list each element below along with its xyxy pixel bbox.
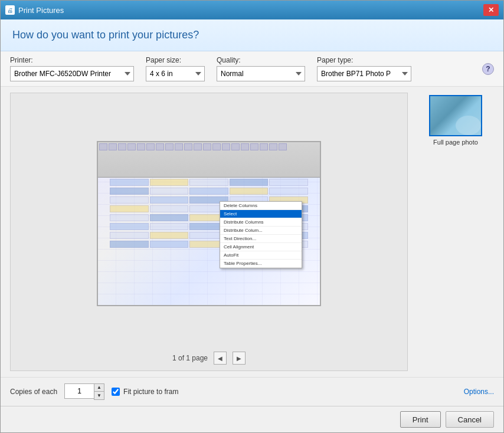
quality-group: Quality: Normal bbox=[217, 56, 305, 81]
fit-picture-checkbox[interactable] bbox=[112, 388, 120, 396]
app-icon: 🖨 bbox=[5, 5, 15, 15]
toolbar-cell bbox=[156, 143, 164, 150]
paper-size-group: Paper size: 4 x 6 in bbox=[146, 56, 205, 81]
printer-select[interactable]: Brother MFC-J6520DW Printer bbox=[10, 66, 134, 81]
page-navigation: 1 of 1 page ◀ ▶ bbox=[172, 348, 246, 365]
copies-input[interactable] bbox=[64, 383, 94, 399]
toolbar-cell bbox=[241, 143, 249, 150]
fit-checkbox-group: Fit picture to fram bbox=[112, 388, 178, 396]
footer-buttons: Print Cancel bbox=[1, 406, 503, 432]
menu-item: Distribute Colum... bbox=[220, 227, 302, 235]
toolbar-cell bbox=[137, 143, 145, 150]
title-bar: 🖨 Print Pictures ✕ bbox=[1, 1, 503, 19]
thumbnail-image bbox=[430, 96, 481, 135]
preview-area: Delete Columns Select Distribute Columns… bbox=[10, 93, 408, 371]
header-question: How do you want to print your pictures? bbox=[12, 29, 492, 41]
doc-toolbar bbox=[98, 142, 320, 178]
preview-image-container: Delete Columns Select Distribute Columns… bbox=[17, 99, 401, 348]
quality-select[interactable]: Normal bbox=[217, 66, 305, 81]
copies-spinner: ▲ ▼ bbox=[94, 383, 104, 400]
printer-label: Printer: bbox=[10, 56, 134, 64]
toolbar-cell bbox=[109, 143, 117, 150]
menu-item: Distribute Columns bbox=[220, 218, 302, 227]
toolbar-cell bbox=[184, 143, 192, 150]
layout-label: Full page photo bbox=[433, 139, 478, 146]
copies-decrement-button[interactable]: ▼ bbox=[94, 392, 104, 399]
toolbar-cell bbox=[127, 143, 136, 150]
doc-row bbox=[110, 179, 308, 186]
page-info: 1 of 1 page bbox=[172, 354, 208, 362]
document-simulation: Delete Columns Select Distribute Columns… bbox=[98, 142, 320, 305]
fit-picture-label: Fit picture to fram bbox=[123, 388, 178, 396]
copies-increment-button[interactable]: ▲ bbox=[94, 384, 104, 392]
copies-label: Copies of each bbox=[10, 388, 57, 396]
toolbar-cell bbox=[146, 143, 155, 150]
bottom-controls: Copies of each ▲ ▼ Fit picture to fram O… bbox=[1, 377, 503, 406]
toolbar-cell bbox=[194, 143, 202, 150]
toolbar-cell bbox=[118, 143, 126, 150]
controls-row: Printer: Brother MFC-J6520DW Printer Pap… bbox=[1, 51, 503, 87]
options-link[interactable]: Options... bbox=[464, 388, 494, 396]
cancel-button[interactable]: Cancel bbox=[446, 411, 494, 428]
toolbar-cell bbox=[212, 143, 221, 150]
window-title: Print Pictures bbox=[18, 6, 64, 15]
paper-type-group: Paper type: Brother BP71 Photo P bbox=[317, 56, 411, 81]
toolbar-cell bbox=[175, 143, 183, 150]
layout-panel: Full page photo bbox=[417, 93, 494, 371]
menu-item: Cell Alignment bbox=[220, 243, 302, 251]
toolbar-cell bbox=[222, 143, 230, 150]
menu-item: AutoFit bbox=[220, 251, 302, 260]
header-banner: How do you want to print your pictures? bbox=[1, 19, 503, 51]
menu-item: Select bbox=[220, 210, 302, 218]
toolbar-cell bbox=[99, 143, 107, 150]
toolbar-cell bbox=[250, 143, 258, 150]
close-button[interactable]: ✕ bbox=[483, 4, 499, 16]
layout-option-full-page[interactable]: Full page photo bbox=[417, 93, 494, 148]
toolbar-cell bbox=[279, 143, 287, 150]
context-menu: Delete Columns Select Distribute Columns… bbox=[220, 201, 302, 268]
print-button[interactable]: Print bbox=[400, 411, 441, 428]
main-content: Delete Columns Select Distribute Columns… bbox=[1, 87, 503, 377]
next-page-button[interactable]: ▶ bbox=[233, 352, 246, 365]
preview-image: Delete Columns Select Distribute Columns… bbox=[97, 141, 321, 306]
paper-size-label: Paper size: bbox=[146, 56, 205, 64]
toolbar-cell bbox=[269, 143, 277, 150]
menu-item: Table Properties... bbox=[220, 260, 302, 268]
toolbar-cell bbox=[165, 143, 174, 150]
paper-size-select[interactable]: 4 x 6 in bbox=[146, 66, 205, 81]
layout-thumbnail bbox=[429, 95, 482, 136]
toolbar-cell bbox=[203, 143, 211, 150]
paper-type-label: Paper type: bbox=[317, 56, 411, 64]
toolbar-cell bbox=[260, 143, 268, 150]
help-icon[interactable]: ? bbox=[482, 63, 494, 75]
toolbar-cell bbox=[231, 143, 240, 150]
title-bar-left: 🖨 Print Pictures bbox=[5, 5, 64, 15]
menu-item: Text Direction... bbox=[220, 235, 302, 243]
print-pictures-window: 🖨 Print Pictures ✕ How do you want to pr… bbox=[0, 0, 504, 433]
doc-row bbox=[110, 188, 308, 195]
quality-label: Quality: bbox=[217, 56, 305, 64]
paper-type-select[interactable]: Brother BP71 Photo P bbox=[317, 66, 411, 81]
prev-page-button[interactable]: ◀ bbox=[214, 352, 227, 365]
menu-item: Delete Columns bbox=[220, 202, 302, 210]
printer-group: Printer: Brother MFC-J6520DW Printer bbox=[10, 56, 134, 81]
copies-input-wrap: ▲ ▼ bbox=[64, 383, 104, 400]
